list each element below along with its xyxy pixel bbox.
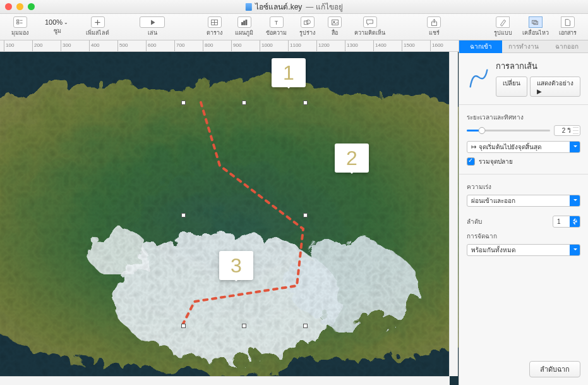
- zoom-dropdown[interactable]: 100% ⌄ ซูม: [36, 18, 78, 35]
- animation-preview-icon: [467, 66, 491, 90]
- selection-handle[interactable]: [303, 213, 308, 217]
- document-status: — แก้ไขอยู่: [306, 1, 342, 13]
- map-image: [0, 52, 459, 385]
- ruler-tick: 1200: [316, 40, 330, 52]
- horizontal-ruler: 1002003004005006007008009001000110012001…: [0, 40, 459, 52]
- ruler-tick: 1100: [288, 40, 301, 52]
- svg-rect-10: [242, 22, 243, 25]
- inspector-panel: ฉากเข้า การทำงาน ฉากออก การลากเส้น เปลี่…: [459, 40, 588, 385]
- acceleration-select[interactable]: ผ่อนเข้าและออก: [467, 195, 580, 207]
- table-button[interactable]: ตาราง: [201, 16, 227, 37]
- delivery-label: การจัดฉาก: [467, 231, 580, 241]
- document-icon: [245, 3, 251, 11]
- duration-slider[interactable]: [467, 130, 550, 131]
- format-tab[interactable]: รูปแบบ: [489, 16, 517, 37]
- selection-handle[interactable]: [303, 324, 308, 328]
- text-button[interactable]: T ข้อความ: [261, 16, 292, 37]
- horizontal-scrollbar[interactable]: [0, 376, 450, 385]
- callout-3[interactable]: 3: [219, 251, 253, 280]
- share-button[interactable]: แชร์: [422, 16, 446, 37]
- window-title: ไอซ์แลนด์.key — แก้ไขอยู่: [245, 1, 342, 13]
- selection-handle[interactable]: [181, 324, 186, 328]
- include-endpoint-checkbox[interactable]: [467, 157, 475, 166]
- ruler-tick: 800: [203, 40, 213, 52]
- ruler-tick: 300: [61, 40, 71, 52]
- svg-rect-11: [244, 21, 245, 25]
- preview-animation-button[interactable]: แสดงตัวอย่าง ▶: [530, 76, 580, 97]
- svg-rect-26: [0, 52, 459, 385]
- acceleration-label: ความเร่ง: [467, 182, 580, 192]
- svg-rect-1: [17, 22, 19, 23]
- duration-stepper[interactable]: 2 วิ: [554, 125, 580, 136]
- callout-2[interactable]: 2: [335, 144, 369, 173]
- selection-handle[interactable]: [242, 324, 246, 328]
- animation-name: การลากเส้น: [496, 59, 580, 73]
- svg-text:T: T: [275, 19, 279, 25]
- ruler-tick: 400: [89, 40, 99, 52]
- selection-handle[interactable]: [303, 101, 308, 105]
- selection-handle[interactable]: [181, 101, 186, 105]
- ruler-tick: 100: [4, 40, 14, 52]
- close-window-button[interactable]: [5, 3, 12, 10]
- ruler-tick: 500: [117, 40, 128, 52]
- order-select[interactable]: 1: [553, 216, 580, 228]
- svg-point-15: [306, 20, 311, 24]
- document-tab[interactable]: เอกสาร: [554, 16, 582, 37]
- ruler-tick: 900: [231, 40, 241, 52]
- ruler-tick: 700: [174, 40, 184, 52]
- maximize-window-button[interactable]: [28, 3, 35, 10]
- comment-button[interactable]: ความคิดเห็น: [349, 16, 390, 37]
- ruler-tick: 600: [146, 40, 156, 52]
- add-slide-button[interactable]: เพิ่มสไลด์: [81, 16, 114, 37]
- ruler-tick: 1000: [260, 40, 273, 52]
- tab-build-out[interactable]: ฉากออก: [545, 40, 588, 53]
- ruler-tick: 1400: [373, 40, 387, 52]
- svg-rect-12: [246, 20, 247, 25]
- delivery-select[interactable]: พร้อมกันทั้งหมด: [467, 244, 580, 256]
- tab-action[interactable]: การทำงาน: [502, 40, 545, 53]
- callout-1[interactable]: 1: [272, 58, 306, 87]
- tab-build-in[interactable]: ฉากเข้า: [459, 40, 502, 53]
- animate-tab[interactable]: เคลื่อนไหว: [517, 16, 554, 37]
- traffic-lights: [5, 3, 35, 10]
- duration-direction-label: ระยะเวลาและทิศทาง: [467, 113, 580, 122]
- include-endpoint-label: รวมจุดปลาย: [479, 157, 513, 166]
- animation-tabs: ฉากเข้า การทำงาน ฉากออก: [459, 40, 588, 53]
- minimize-window-button[interactable]: [16, 3, 23, 10]
- media-button[interactable]: สื่อ: [323, 16, 347, 37]
- build-order-button[interactable]: ลำดับฉาก: [529, 361, 580, 377]
- selection-handle[interactable]: [181, 213, 186, 217]
- svg-rect-21: [534, 21, 538, 24]
- ruler-tick: 200: [32, 40, 42, 52]
- window-titlebar: ไอซ์แลนด์.key — แก้ไขอยู่: [0, 0, 588, 14]
- svg-rect-0: [17, 20, 19, 21]
- play-button[interactable]: เล่น: [135, 16, 170, 37]
- svg-marker-6: [151, 20, 155, 25]
- direction-select[interactable]: ↦จุดเริ่มต้นไปยังจุดสิ้นสุด: [467, 141, 580, 153]
- ruler-tick: 1500: [402, 40, 415, 52]
- shape-button[interactable]: รูปร่าง: [294, 16, 320, 37]
- chart-button[interactable]: แผนภูมิ: [230, 16, 258, 37]
- view-button[interactable]: มุมมอง: [6, 16, 33, 37]
- ruler-tick: 1600: [430, 40, 443, 52]
- vertical-scrollbar[interactable]: [449, 52, 458, 376]
- svg-rect-20: [532, 20, 537, 23]
- document-name: ไอซ์แลนด์.key: [255, 1, 302, 13]
- toolbar: มุมมอง 100% ⌄ ซูม เพิ่มสไลด์ เล่น ตาราง …: [0, 14, 588, 40]
- selection-handle[interactable]: [242, 101, 246, 105]
- slide-canvas[interactable]: 1 2 3: [0, 52, 459, 385]
- change-animation-button[interactable]: เปลี่ยน: [496, 76, 527, 97]
- order-label: ลำดับ: [467, 217, 482, 226]
- ruler-tick: 1300: [345, 40, 358, 52]
